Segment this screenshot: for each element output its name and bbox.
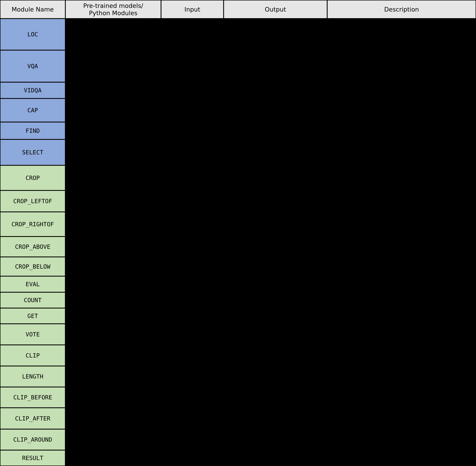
module-name-cell: CLIP_BEFORE	[0, 387, 65, 407]
paper-table-screenshot: Module Name Pre-trained models/ Python M…	[0, 0, 476, 466]
module-name-cell: CLIP	[0, 345, 65, 366]
column-header-output: Output	[224, 0, 327, 18]
module-name-cell: CLIP_AROUND	[0, 430, 65, 450]
column-header-module-name: Module Name	[0, 0, 65, 18]
module-name-cell: LENGTH	[0, 366, 65, 387]
module-name-cell: CROP_BELOW	[0, 257, 65, 276]
column-header-description: Description	[328, 0, 476, 18]
module-name-cell: CLIP_AFTER	[0, 408, 65, 429]
column-header-pretrained-models: Pre-trained models/ Python Modules	[66, 0, 161, 18]
module-name-cell: CAP	[0, 99, 65, 122]
module-name-cell: RESULT	[0, 451, 65, 466]
module-name-cell: CROP_LEFTOF	[0, 191, 65, 211]
module-name-cell: CROP_ABOVE	[0, 237, 65, 256]
table-body-obscured-region	[66, 19, 476, 466]
module-name-cell: VOTE	[0, 324, 65, 345]
module-name-cell: VQA	[0, 51, 65, 82]
column-header-input: Input	[161, 0, 223, 18]
module-name-cell: CROP_RIGHTOF	[0, 212, 65, 236]
module-name-cell: SELECT	[0, 140, 65, 165]
module-name-cell: EVAL	[0, 277, 65, 292]
module-name-cell: VIDQA	[0, 82, 65, 98]
module-name-cell: FIND	[0, 122, 65, 139]
module-name-cell: GET	[0, 308, 65, 323]
modules-table: Module Name Pre-trained models/ Python M…	[0, 0, 476, 466]
module-name-cell: LOC	[0, 19, 65, 50]
module-name-cell: COUNT	[0, 293, 65, 308]
module-name-cell: CROP	[0, 166, 65, 190]
